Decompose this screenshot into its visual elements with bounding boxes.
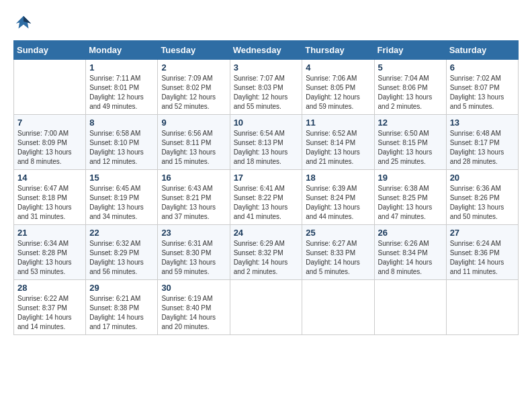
calendar-cell: 14 Sunrise: 6:47 AMSunset: 8:18 PMDaylig… [14,170,86,225]
day-info: Sunrise: 6:22 AMSunset: 8:37 PMDaylight:… [17,294,82,332]
calendar-cell: 30 Sunrise: 6:19 AMSunset: 8:40 PMDaylig… [158,280,230,335]
calendar-cell: 26 Sunrise: 6:26 AMSunset: 8:34 PMDaylig… [374,225,446,280]
day-info: Sunrise: 6:36 AMSunset: 8:26 PMDaylight:… [450,184,515,222]
day-number: 1 [89,62,154,73]
day-number: 18 [306,173,370,183]
calendar-header-row: SundayMondayTuesdayWednesdayThursdayFrid… [14,41,519,60]
day-info: Sunrise: 6:47 AMSunset: 8:18 PMDaylight:… [17,184,82,222]
day-number: 3 [234,62,299,73]
calendar-cell: 17 Sunrise: 6:41 AMSunset: 8:22 PMDaylig… [230,170,302,225]
day-number: 17 [234,173,299,183]
calendar: SundayMondayTuesdayWednesdayThursdayFrid… [13,40,519,335]
calendar-cell: 2 Sunrise: 7:09 AMSunset: 8:02 PMDayligh… [158,60,230,115]
day-info: Sunrise: 6:19 AMSunset: 8:40 PMDaylight:… [161,294,226,332]
day-number: 14 [17,173,82,183]
calendar-week-row: 21 Sunrise: 6:34 AMSunset: 8:28 PMDaylig… [14,225,519,280]
calendar-cell [446,280,518,335]
day-number: 8 [89,118,154,128]
calendar-cell: 13 Sunrise: 6:48 AMSunset: 8:17 PMDaylig… [446,115,518,170]
day-number: 23 [161,228,226,238]
calendar-cell: 8 Sunrise: 6:58 AMSunset: 8:10 PMDayligh… [86,115,158,170]
day-info: Sunrise: 6:34 AMSunset: 8:28 PMDaylight:… [17,239,82,277]
calendar-week-row: 14 Sunrise: 6:47 AMSunset: 8:18 PMDaylig… [14,170,519,225]
day-info: Sunrise: 6:27 AMSunset: 8:33 PMDaylight:… [306,239,370,277]
day-number: 26 [378,228,443,238]
calendar-cell [302,280,374,335]
day-info: Sunrise: 6:24 AMSunset: 8:36 PMDaylight:… [450,239,515,277]
day-info: Sunrise: 6:21 AMSunset: 8:38 PMDaylight:… [89,294,154,332]
calendar-cell: 18 Sunrise: 6:39 AMSunset: 8:24 PMDaylig… [302,170,374,225]
day-info: Sunrise: 6:41 AMSunset: 8:22 PMDaylight:… [234,184,299,222]
calendar-cell: 11 Sunrise: 6:52 AMSunset: 8:14 PMDaylig… [302,115,374,170]
calendar-cell: 29 Sunrise: 6:21 AMSunset: 8:38 PMDaylig… [86,280,158,335]
calendar-week-row: 7 Sunrise: 7:00 AMSunset: 8:09 PMDayligh… [14,115,519,170]
day-number: 24 [234,228,299,238]
calendar-cell: 4 Sunrise: 7:06 AMSunset: 8:05 PMDayligh… [302,60,374,115]
day-number: 13 [450,118,515,128]
calendar-cell: 22 Sunrise: 6:32 AMSunset: 8:29 PMDaylig… [86,225,158,280]
day-number: 20 [450,173,515,183]
weekday-header: Monday [86,41,158,60]
day-info: Sunrise: 7:09 AMSunset: 8:02 PMDaylight:… [161,74,226,111]
day-info: Sunrise: 6:56 AMSunset: 8:11 PMDaylight:… [161,129,226,167]
day-number: 22 [89,228,154,238]
calendar-cell: 10 Sunrise: 6:54 AMSunset: 8:13 PMDaylig… [230,115,302,170]
day-info: Sunrise: 6:31 AMSunset: 8:30 PMDaylight:… [161,239,226,277]
calendar-cell: 23 Sunrise: 6:31 AMSunset: 8:30 PMDaylig… [158,225,230,280]
day-number: 12 [378,118,443,128]
day-number: 6 [450,62,515,73]
day-number: 27 [450,228,515,238]
calendar-cell: 21 Sunrise: 6:34 AMSunset: 8:28 PMDaylig… [14,225,86,280]
day-info: Sunrise: 7:04 AMSunset: 8:06 PMDaylight:… [378,74,443,111]
weekday-header: Saturday [446,41,518,60]
calendar-cell: 24 Sunrise: 6:29 AMSunset: 8:32 PMDaylig… [230,225,302,280]
calendar-cell: 25 Sunrise: 6:27 AMSunset: 8:33 PMDaylig… [302,225,374,280]
day-info: Sunrise: 7:11 AMSunset: 8:01 PMDaylight:… [89,74,154,111]
day-number: 21 [17,228,82,238]
logo-icon [13,13,34,34]
calendar-cell [14,60,86,115]
day-info: Sunrise: 6:43 AMSunset: 8:21 PMDaylight:… [161,184,226,222]
calendar-week-row: 28 Sunrise: 6:22 AMSunset: 8:37 PMDaylig… [14,280,519,335]
calendar-cell: 15 Sunrise: 6:45 AMSunset: 8:19 PMDaylig… [86,170,158,225]
day-number: 10 [234,118,299,128]
day-info: Sunrise: 6:45 AMSunset: 8:19 PMDaylight:… [89,184,154,222]
calendar-cell: 1 Sunrise: 7:11 AMSunset: 8:01 PMDayligh… [86,60,158,115]
day-number: 28 [17,283,82,293]
day-info: Sunrise: 7:07 AMSunset: 8:03 PMDaylight:… [234,74,299,111]
day-info: Sunrise: 6:52 AMSunset: 8:14 PMDaylight:… [306,129,370,167]
day-number: 5 [378,62,443,73]
day-number: 19 [378,173,443,183]
calendar-cell: 16 Sunrise: 6:43 AMSunset: 8:21 PMDaylig… [158,170,230,225]
day-number: 25 [306,228,370,238]
day-number: 29 [89,283,154,293]
weekday-header: Tuesday [158,41,230,60]
day-number: 30 [161,283,226,293]
weekday-header: Friday [374,41,446,60]
weekday-header: Thursday [302,41,374,60]
day-info: Sunrise: 6:38 AMSunset: 8:25 PMDaylight:… [378,184,443,222]
calendar-cell: 12 Sunrise: 6:50 AMSunset: 8:15 PMDaylig… [374,115,446,170]
day-number: 16 [161,173,226,183]
weekday-header: Sunday [14,41,86,60]
calendar-cell: 27 Sunrise: 6:24 AMSunset: 8:36 PMDaylig… [446,225,518,280]
calendar-cell: 3 Sunrise: 7:07 AMSunset: 8:03 PMDayligh… [230,60,302,115]
calendar-cell: 9 Sunrise: 6:56 AMSunset: 8:11 PMDayligh… [158,115,230,170]
calendar-week-row: 1 Sunrise: 7:11 AMSunset: 8:01 PMDayligh… [14,60,519,115]
day-number: 7 [17,118,82,128]
calendar-cell: 7 Sunrise: 7:00 AMSunset: 8:09 PMDayligh… [14,115,86,170]
day-number: 11 [306,118,370,128]
day-info: Sunrise: 6:32 AMSunset: 8:29 PMDaylight:… [89,239,154,277]
calendar-cell: 28 Sunrise: 6:22 AMSunset: 8:37 PMDaylig… [14,280,86,335]
calendar-cell: 19 Sunrise: 6:38 AMSunset: 8:25 PMDaylig… [374,170,446,225]
calendar-cell [374,280,446,335]
calendar-cell: 20 Sunrise: 6:36 AMSunset: 8:26 PMDaylig… [446,170,518,225]
day-number: 15 [89,173,154,183]
calendar-cell: 6 Sunrise: 7:02 AMSunset: 8:07 PMDayligh… [446,60,518,115]
day-info: Sunrise: 7:02 AMSunset: 8:07 PMDaylight:… [450,74,515,111]
day-info: Sunrise: 6:29 AMSunset: 8:32 PMDaylight:… [234,239,299,277]
day-info: Sunrise: 7:00 AMSunset: 8:09 PMDaylight:… [17,129,82,167]
header [13,13,519,34]
day-info: Sunrise: 6:58 AMSunset: 8:10 PMDaylight:… [89,129,154,167]
day-number: 2 [161,62,226,73]
